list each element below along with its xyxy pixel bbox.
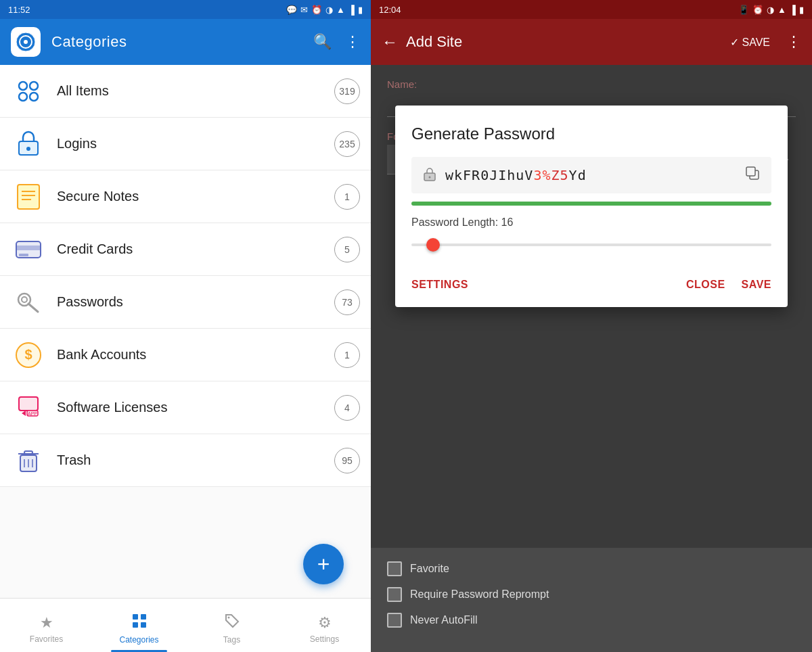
autofill-checkbox-row: Never AutoFill bbox=[387, 613, 796, 628]
nav-categories[interactable]: Categories bbox=[93, 599, 185, 652]
svg-rect-31 bbox=[133, 614, 138, 620]
app-logo bbox=[11, 27, 41, 57]
status-icons-right: 📱 ⏰ ◑ ▲ ▐ ▮ bbox=[738, 5, 804, 15]
category-item-secure-notes[interactable]: Secure Notes 1 bbox=[0, 170, 371, 223]
category-name-secure-notes: Secure Notes bbox=[57, 189, 323, 204]
category-badge-logins: 235 bbox=[334, 131, 360, 157]
all-items-icon bbox=[11, 74, 46, 109]
password-display: wkFR0JIhuV3%Z5Yd bbox=[411, 157, 771, 193]
close-button[interactable]: CLOSE bbox=[686, 273, 725, 296]
reprompt-checkbox[interactable] bbox=[387, 587, 402, 602]
right-panel: 12:04 📱 ⏰ ◑ ▲ ▐ ▮ ← Add Site ✓ SAVE ⋮ Na… bbox=[371, 0, 812, 652]
reprompt-label: Require Password Reprompt bbox=[410, 588, 549, 601]
status-icons-left: 💬 ✉ ⏰ ◑ ▲ ▐ ▮ bbox=[286, 5, 363, 15]
modal-actions: SETTINGS CLOSE SAVE bbox=[411, 268, 771, 296]
category-item-software-licenses[interactable]: APP Software Licenses 4 bbox=[0, 381, 371, 434]
svg-rect-15 bbox=[19, 254, 28, 256]
category-item-credit-cards[interactable]: Credit Cards 5 bbox=[0, 223, 371, 276]
settings-nav-label: Settings bbox=[310, 634, 339, 644]
category-name-credit-cards: Credit Cards bbox=[57, 241, 323, 257]
category-item-trash[interactable]: Trash 95 bbox=[0, 434, 371, 487]
circle-half-icon: ◑ bbox=[325, 5, 333, 15]
password-lock-icon bbox=[422, 166, 437, 185]
wifi-icon-right: ▲ bbox=[777, 5, 786, 15]
bottom-nav: ★ Favorites Categories Tags bbox=[0, 598, 371, 652]
svg-rect-9 bbox=[18, 185, 39, 209]
wifi-icon: ▲ bbox=[336, 5, 345, 15]
signal-icon: ▐ bbox=[348, 5, 355, 15]
nav-favorites[interactable]: ★ Favorites bbox=[0, 599, 93, 652]
modal-action-left: SETTINGS bbox=[411, 273, 468, 296]
categories-nav-icon bbox=[132, 613, 147, 632]
more-icon[interactable]: ⋮ bbox=[345, 33, 360, 51]
time-right: 12:04 bbox=[379, 5, 401, 15]
left-panel: 11:52 💬 ✉ ⏰ ◑ ▲ ▐ ▮ Categories 🔍 ⋮ bbox=[0, 0, 371, 652]
category-item-logins[interactable]: Logins 235 bbox=[0, 118, 371, 170]
right-content-area: Name: Folder: (none) ▼ + Generate Passwo… bbox=[371, 65, 812, 548]
alarm-icon: ⏰ bbox=[311, 5, 322, 15]
battery-icon-right: ▮ bbox=[799, 5, 804, 15]
svg-marker-22 bbox=[22, 411, 26, 416]
passwords-icon bbox=[11, 285, 46, 320]
password-strength-bar bbox=[411, 202, 771, 206]
svg-rect-14 bbox=[16, 246, 41, 250]
save-button-right[interactable]: ✓ SAVE bbox=[730, 36, 770, 49]
svg-point-37 bbox=[429, 176, 431, 178]
nav-settings[interactable]: ⚙ Settings bbox=[278, 599, 371, 652]
app-bar-left: Categories 🔍 ⋮ bbox=[0, 19, 371, 65]
svg-point-6 bbox=[30, 93, 38, 101]
app-title-left: Categories bbox=[51, 33, 302, 51]
length-slider-container bbox=[411, 235, 771, 254]
battery-icon: ▮ bbox=[358, 5, 363, 15]
page-title-right: Add Site bbox=[406, 33, 722, 51]
more-button-right[interactable]: ⋮ bbox=[786, 33, 801, 51]
modal-save-button[interactable]: SAVE bbox=[742, 273, 771, 296]
secure-notes-icon bbox=[11, 179, 46, 214]
category-name-passwords: Passwords bbox=[57, 294, 323, 310]
category-item-bank-accounts[interactable]: $ Bank Accounts 1 bbox=[0, 329, 371, 381]
category-item-passwords[interactable]: Passwords 73 bbox=[0, 276, 371, 329]
alarm-icon-right: ⏰ bbox=[752, 5, 763, 15]
categories-nav-label: Categories bbox=[119, 635, 158, 645]
slider-track bbox=[411, 243, 771, 246]
category-badge-secure-notes: 1 bbox=[334, 184, 360, 210]
trash-icon bbox=[11, 443, 46, 478]
search-icon[interactable]: 🔍 bbox=[313, 33, 332, 51]
add-fab-button[interactable]: + bbox=[303, 544, 344, 584]
category-name-trash: Trash bbox=[57, 452, 323, 468]
favorites-nav-icon: ★ bbox=[40, 614, 53, 632]
svg-line-17 bbox=[28, 304, 38, 312]
category-name-logins: Logins bbox=[57, 136, 323, 152]
favorite-label: Favorite bbox=[410, 563, 449, 575]
svg-point-2 bbox=[24, 40, 28, 44]
app-bar-right: ← Add Site ✓ SAVE ⋮ bbox=[371, 19, 812, 65]
svg-rect-32 bbox=[141, 614, 146, 620]
modal-title: Generate Password bbox=[411, 124, 771, 143]
category-name-bank-accounts: Bank Accounts bbox=[57, 347, 323, 363]
category-badge-credit-cards: 5 bbox=[334, 237, 360, 262]
category-list: All Items 319 Logins 235 bbox=[0, 65, 371, 598]
circle-half-icon-right: ◑ bbox=[767, 5, 774, 15]
autofill-checkbox[interactable] bbox=[387, 613, 402, 628]
svg-rect-39 bbox=[746, 167, 755, 176]
signal-icon-right: ▐ bbox=[790, 5, 796, 15]
category-badge-software-licenses: 4 bbox=[334, 395, 360, 421]
settings-nav-icon: ⚙ bbox=[318, 614, 332, 632]
generate-password-modal: Generate Password wkFR0JIhuV3%Z5Yd bbox=[395, 106, 788, 307]
software-licenses-icon: APP bbox=[11, 390, 46, 425]
category-item-all-items[interactable]: All Items 319 bbox=[0, 65, 371, 118]
category-badge-passwords: 73 bbox=[334, 289, 360, 315]
modal-overlay: Generate Password wkFR0JIhuV3%Z5Yd bbox=[371, 65, 812, 548]
credit-cards-icon bbox=[11, 232, 46, 267]
tags-nav-icon bbox=[225, 613, 240, 632]
status-bar-left: 11:52 💬 ✉ ⏰ ◑ ▲ ▐ ▮ bbox=[0, 0, 371, 19]
copy-password-button[interactable] bbox=[744, 165, 761, 185]
svg-point-18 bbox=[22, 297, 27, 302]
slider-thumb[interactable] bbox=[426, 238, 440, 252]
reprompt-checkbox-row: Require Password Reprompt bbox=[387, 587, 796, 602]
favorite-checkbox[interactable] bbox=[387, 561, 402, 576]
back-button[interactable]: ← bbox=[382, 32, 398, 51]
nav-tags[interactable]: Tags bbox=[185, 599, 278, 652]
settings-button[interactable]: SETTINGS bbox=[411, 273, 468, 296]
svg-rect-21 bbox=[19, 397, 38, 411]
